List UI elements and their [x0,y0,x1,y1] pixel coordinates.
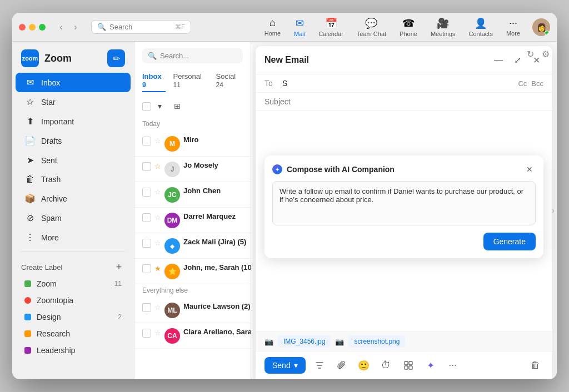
sidebar-item-trash[interactable]: 🗑 Trash [16,170,131,189]
email-checkbox[interactable] [142,213,151,222]
compose-subject-row [256,93,552,111]
email-checkbox[interactable] [142,264,151,273]
email-avatar: ◆ [164,238,180,254]
nav-item-home[interactable]: ⌂ Home [259,15,286,39]
subject-input[interactable] [264,97,543,106]
sidebar-item-archive[interactable]: 📦 Archive [16,189,131,208]
star-button[interactable]: ☆ [154,162,161,170]
scroll-right-arrow[interactable]: › [550,204,557,217]
back-button[interactable]: ‹ [54,21,68,34]
email-item-zack-mali[interactable]: ☆ ◆ Zack Mali (Jira) (5) [134,233,251,259]
label-item-research[interactable]: Research [16,325,131,342]
filter-button[interactable]: ⊞ [170,99,184,113]
email-search[interactable]: 🔍 [142,48,243,63]
email-toolbar: ▾ ⊞ [134,97,251,118]
to-input[interactable] [282,79,513,88]
select-all-checkbox[interactable] [142,102,151,111]
send-button[interactable]: Send ▾ [264,357,306,374]
email-checkbox[interactable] [142,162,151,171]
email-checkbox[interactable] [142,329,151,338]
email-checkbox[interactable] [142,303,151,312]
ai-prompt-input[interactable]: Write a follow up email to confirm if Da… [272,181,536,225]
star-button[interactable]: ☆ [154,239,161,247]
bcc-button[interactable]: Bcc [531,79,543,88]
email-item-maurice-lawson[interactable]: ☆ ML Maurice Lawson (2) [134,298,251,323]
nav-item-contacts[interactable]: 👤 Contacts [463,15,498,39]
email-avatar: ⭐ [164,264,180,279]
minimize-compose-button[interactable]: — [491,53,506,67]
email-list-scroll[interactable]: Today ☆ M Miro ☆ J Jo Mosely [134,118,251,379]
star-button[interactable]: ☆ [154,137,161,145]
sidebar-item-sent[interactable]: ➤ Sent [16,150,131,170]
schedule-button[interactable]: ⏱ [378,357,395,374]
sidebar-item-spam[interactable]: ⊘ Spam [16,208,131,228]
format-text-button[interactable] [311,357,328,374]
more-options-button[interactable]: ··· [445,357,461,374]
email-item-miro[interactable]: ☆ M Miro [134,131,251,157]
attachment-chip-2[interactable]: screenshot.png [348,335,405,348]
email-item-clara-arellano[interactable]: ☆ CA Clara Arellano, Sara... [134,323,251,349]
email-checkbox[interactable] [142,239,151,248]
sidebar-item-drafts[interactable]: 📄 Drafts [16,131,131,150]
attach-file-button[interactable] [333,357,350,374]
email-search-input[interactable] [160,52,253,60]
nav-item-phone[interactable]: ☎ Phone [394,15,423,39]
user-avatar[interactable]: 👩 [532,18,550,36]
label-item-design[interactable]: Design 2 [16,309,131,325]
team-chat-icon: 💬 [365,17,377,29]
generate-button[interactable]: Generate [483,233,536,250]
settings-button[interactable]: ⚙ [540,47,551,61]
nav-item-mail[interactable]: ✉ Mail [288,15,311,39]
tab-personal[interactable]: Personal 11 [173,72,208,92]
sidebar-item-star[interactable]: ☆ Star [16,92,131,112]
fullscreen-button[interactable] [39,24,46,31]
important-icon: ⬆ [24,116,36,127]
titlebar-search-input[interactable] [109,23,165,31]
tab-inbox[interactable]: Inbox 9 [142,72,166,92]
expand-compose-button[interactable]: ⤢ [510,53,525,67]
sidebar-item-inbox[interactable]: ✉ Inbox [16,73,131,92]
email-item-john-me-sarah[interactable]: ★ ⭐ John, me, Sarah (10) [134,259,251,284]
email-item-darrel-marquez[interactable]: ☆ DM Darrel Marquez [134,208,251,233]
everything-else-label: Everything else [134,284,251,298]
create-label-text: Create Label [21,263,62,272]
nav-item-team-chat[interactable]: 💬 Team Chat [351,15,392,39]
star-button[interactable]: ★ [154,264,161,273]
sidebar-item-more[interactable]: ⋮ More [16,228,131,247]
attachment-name-2: screenshot.png [354,338,400,345]
minimize-button[interactable] [29,24,36,31]
compose-body[interactable]: ✦ Compose with AI Companion ✕ Write a fo… [256,111,552,331]
email-item-john-chen[interactable]: ☆ JC John Chen [134,182,251,208]
add-label-button[interactable]: + [113,261,125,273]
label-item-zoomtopia[interactable]: Zoomtopia [16,292,131,309]
compose-button[interactable]: ✏ [107,49,125,67]
select-dropdown-button[interactable]: ▾ [152,99,167,113]
nav-item-calendar[interactable]: 📅 Calendar [313,15,349,39]
sidebar-item-important[interactable]: ⬆ Important [16,112,131,131]
star-button[interactable]: ☆ [154,213,161,222]
close-button[interactable] [19,24,26,31]
close-ai-panel-button[interactable]: ✕ [523,163,536,175]
cc-button[interactable]: Cc [518,79,527,88]
attachment-chip-1[interactable]: IMG_3456.jpg [278,335,331,348]
star-button[interactable]: ☆ [154,329,161,337]
nav-item-more[interactable]: ··· More [501,15,526,39]
emoji-button[interactable]: 🙂 [356,357,372,374]
ai-compose-button[interactable]: ✦ [422,357,439,374]
email-checkbox[interactable] [142,137,151,145]
star-button[interactable]: ☆ [154,188,161,196]
email-item-jo-mosely[interactable]: ☆ J Jo Mosely [134,157,251,182]
titlebar-search[interactable]: 🔍 ⌘F [91,20,191,34]
label-item-zoom[interactable]: Zoom 11 [16,275,131,292]
tab-social[interactable]: Social 24 [216,72,243,92]
refresh-button[interactable]: ↻ [525,47,536,61]
attachment-name-1: IMG_3456.jpg [283,338,325,345]
email-checkbox[interactable] [142,188,151,197]
label-item-leadership[interactable]: Leadership [16,342,131,359]
templates-button[interactable] [400,357,417,374]
delete-draft-button[interactable]: 🗑 [527,357,543,374]
label-name-zoomtopia: Zoomtopia [37,296,73,305]
nav-item-meetings[interactable]: 🎥 Meetings [425,15,461,39]
forward-button[interactable]: › [69,21,82,34]
star-button[interactable]: ☆ [154,303,161,311]
